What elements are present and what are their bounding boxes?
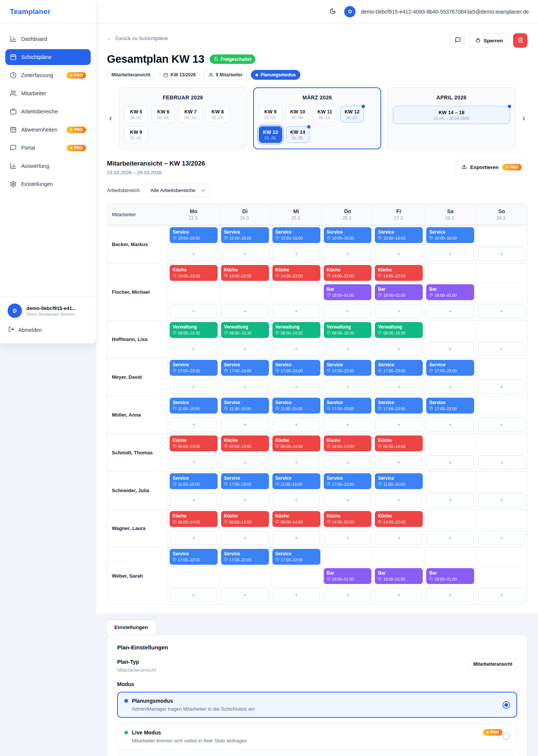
shift-chip[interactable]: Bar18:00–01:00 xyxy=(324,284,372,300)
week-button[interactable]: KW 1323.-29. xyxy=(259,126,282,143)
sidebar-item-zeiterfassung[interactable]: Zeiterfassung✦ PRO xyxy=(5,67,91,83)
shift-chip[interactable]: Service11:00–15:00 xyxy=(272,473,320,489)
mode-option-live-modus[interactable]: Live Modus✦ PROMitarbeiter können sich s… xyxy=(117,723,517,750)
add-shift-slot[interactable]: + xyxy=(221,588,269,602)
shift-chip[interactable]: Küche14:00–22:00 xyxy=(324,265,372,281)
add-shift-slot[interactable]: + xyxy=(170,247,217,261)
add-shift-slot[interactable]: + xyxy=(324,455,371,469)
mode-option-planungsmodus[interactable]: PlanungsmodusAdmin/Manager tragen Mitarb… xyxy=(117,692,517,718)
add-shift-slot[interactable]: + xyxy=(170,304,217,318)
add-shift-slot[interactable]: + xyxy=(375,304,422,318)
shift-chip[interactable]: Küche14:00–22:00 xyxy=(221,265,269,281)
add-shift-slot[interactable]: + xyxy=(427,304,474,318)
add-shift-slot[interactable]: + xyxy=(375,588,422,602)
add-shift-slot[interactable]: + xyxy=(478,588,525,602)
add-shift-slot[interactable]: + xyxy=(478,531,525,545)
add-shift-slot[interactable]: + xyxy=(478,493,525,507)
shift-chip[interactable]: Service10:00–16:00 xyxy=(324,227,372,243)
delete-button[interactable] xyxy=(513,33,527,48)
add-shift-slot[interactable]: + xyxy=(427,455,474,469)
add-shift-slot[interactable]: + xyxy=(273,304,320,318)
sidebar-item-einstellungen[interactable]: Einstellungen xyxy=(5,176,91,192)
week-button[interactable]: KW 816.-22. xyxy=(206,106,229,122)
week-button[interactable]: KW 923.-01. xyxy=(124,126,148,143)
shift-chip[interactable]: Service17:00–23:00 xyxy=(272,360,320,376)
add-shift-slot[interactable]: + xyxy=(427,342,474,356)
dark-mode-toggle[interactable] xyxy=(326,5,339,18)
shift-chip[interactable]: Küche14:00–22:00 xyxy=(375,265,423,281)
shift-chip[interactable]: Verwaltung08:00–16:30 xyxy=(375,322,423,338)
sidebar-item-abwesenheiten[interactable]: Abwesenheiten✦ PRO xyxy=(5,122,91,138)
add-shift-slot[interactable]: + xyxy=(478,417,525,432)
sidebar-item-arbeitsbereiche[interactable]: Arbeitsbereiche xyxy=(5,104,91,119)
brand-logo[interactable]: Teamplaner xyxy=(0,0,96,23)
add-shift-slot[interactable]: + xyxy=(427,247,474,261)
arbeitsbereich-select[interactable]: Alle Arbeitsbereiche xyxy=(145,184,211,197)
shift-chip[interactable]: Verwaltung08:00–16:30 xyxy=(324,322,372,338)
add-shift-slot[interactable]: + xyxy=(221,417,269,432)
shift-chip[interactable]: Service17:00–22:00 xyxy=(221,549,269,565)
week-button[interactable]: KW 923.-01. xyxy=(259,106,282,122)
sidebar-item-mitarbeiter[interactable]: Mitarbeiter xyxy=(5,85,91,101)
shift-chip[interactable]: Service17:00–23:00 xyxy=(324,360,372,376)
shift-chip[interactable]: Küche06:00–14:00 xyxy=(221,511,269,527)
add-shift-slot[interactable]: + xyxy=(273,417,320,432)
shift-chip[interactable]: Küche06:00–14:00 xyxy=(324,435,372,451)
shift-chip[interactable]: Service10:00–16:00 xyxy=(170,227,218,243)
shift-chip[interactable]: Bar18:00–01:00 xyxy=(375,568,423,584)
sidebar-item-portal[interactable]: Portal✦ PRO xyxy=(5,140,91,156)
sidebar-item-schichtpl-ne[interactable]: Schichtpläne xyxy=(5,49,91,65)
shift-chip[interactable]: Service17:00–23:00 xyxy=(375,398,423,414)
export-button[interactable]: Exportieren ✦ PRO xyxy=(456,160,527,174)
sidebar-user[interactable]: D demo-0ebcf915-e41... Demo Restaurant S… xyxy=(0,296,96,321)
add-shift-slot[interactable]: + xyxy=(324,247,371,261)
add-shift-slot[interactable]: + xyxy=(427,588,474,602)
shift-chip[interactable]: Verwaltung08:00–16:30 xyxy=(221,322,269,338)
add-shift-slot[interactable]: + xyxy=(375,417,422,432)
add-shift-slot[interactable]: + xyxy=(221,342,269,356)
shift-chip[interactable]: Service17:00–23:00 xyxy=(426,398,474,414)
shift-chip[interactable]: Service10:00–16:00 xyxy=(272,227,320,243)
add-shift-slot[interactable]: + xyxy=(170,493,217,507)
shift-chip[interactable]: Service10:00–16:00 xyxy=(426,227,474,243)
add-shift-slot[interactable]: + xyxy=(375,455,422,469)
shift-chip[interactable]: Küche06:00–14:00 xyxy=(170,511,218,527)
shift-chip[interactable]: Service10:00–16:00 xyxy=(221,227,269,243)
mode-radio[interactable] xyxy=(502,701,510,709)
add-shift-slot[interactable]: + xyxy=(478,247,525,261)
add-shift-slot[interactable]: + xyxy=(478,304,525,318)
shift-chip[interactable]: Service11:00–15:00 xyxy=(170,398,218,414)
add-shift-slot[interactable]: + xyxy=(170,531,217,545)
add-shift-slot[interactable]: + xyxy=(273,247,320,261)
week-button[interactable]: KW 1002.-08. xyxy=(286,106,309,122)
add-shift-slot[interactable]: + xyxy=(478,380,525,394)
add-shift-slot[interactable]: + xyxy=(221,380,269,394)
add-shift-slot[interactable]: + xyxy=(375,380,422,394)
shift-chip[interactable]: Küche14:00–22:00 xyxy=(324,511,372,527)
add-shift-slot[interactable]: + xyxy=(427,380,474,394)
shift-chip[interactable]: Service17:00–23:00 xyxy=(221,473,269,489)
mode-radio[interactable] xyxy=(502,733,510,740)
add-shift-slot[interactable]: + xyxy=(170,380,217,394)
sidebar-item-auswertung[interactable]: Auswertung xyxy=(5,158,91,174)
add-shift-slot[interactable]: + xyxy=(478,455,525,469)
add-shift-slot[interactable]: + xyxy=(273,588,320,602)
chat-button[interactable] xyxy=(451,33,465,48)
shift-chip[interactable]: Küche14:00–22:00 xyxy=(375,511,423,527)
add-shift-slot[interactable]: + xyxy=(273,380,320,394)
add-shift-slot[interactable]: + xyxy=(170,455,217,469)
carousel-prev-button[interactable]: ‹ xyxy=(107,113,114,124)
week-button[interactable]: KW 1430.-05. xyxy=(286,126,309,143)
add-shift-slot[interactable]: + xyxy=(324,531,371,545)
shift-chip[interactable]: Verwaltung08:00–16:30 xyxy=(170,322,218,338)
week-button[interactable]: KW 602.-08. xyxy=(152,106,175,122)
shift-chip[interactable]: Service17:00–23:00 xyxy=(426,360,474,376)
shift-chip[interactable]: Service17:00–23:00 xyxy=(324,473,372,489)
add-shift-slot[interactable]: + xyxy=(273,342,320,356)
shift-chip[interactable]: Verwaltung08:00–16:30 xyxy=(272,322,320,338)
sidebar-item-dashboard[interactable]: Dashboard xyxy=(5,31,91,47)
shift-chip[interactable]: Service17:00–23:00 xyxy=(375,360,423,376)
add-shift-slot[interactable]: + xyxy=(427,531,474,545)
week-button[interactable]: KW 1216.-22. xyxy=(340,106,364,122)
shift-chip[interactable]: Küche06:00–14:00 xyxy=(221,435,269,451)
